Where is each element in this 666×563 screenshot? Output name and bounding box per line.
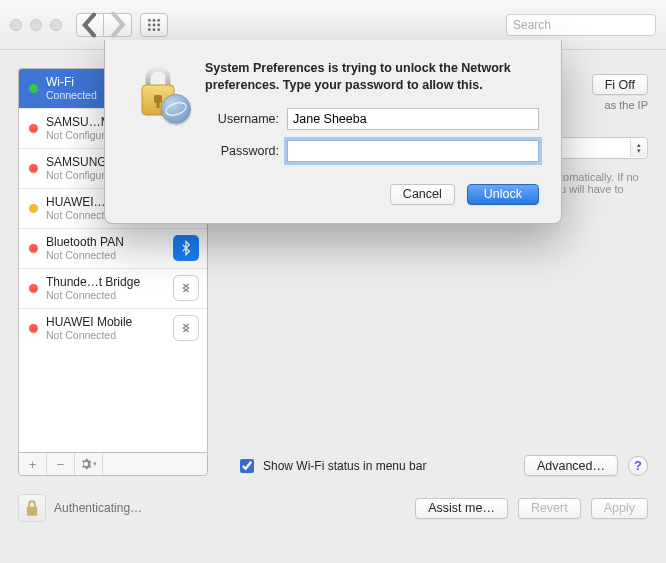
close-window-button[interactable] [10, 19, 22, 31]
chevron-updown-icon: ▴▾ [630, 139, 646, 157]
back-button[interactable] [76, 13, 104, 37]
remove-service-button[interactable]: − [47, 453, 75, 475]
bluetooth-icon [173, 235, 199, 261]
svg-point-1 [153, 18, 156, 21]
svg-point-0 [148, 18, 151, 21]
bottom-bar: Authenticating… Assist me… Revert Apply [18, 494, 648, 522]
svg-point-5 [157, 23, 160, 26]
svg-point-7 [153, 28, 156, 31]
show-wifi-label: Show Wi-Fi status in menu bar [263, 459, 426, 473]
zoom-window-button[interactable] [50, 19, 62, 31]
apply-button[interactable]: Apply [591, 498, 648, 519]
show-wifi-status-check[interactable]: Show Wi-Fi status in menu bar [236, 456, 426, 476]
thunderbolt-icon [173, 275, 199, 301]
status-dot-icon [29, 324, 38, 333]
sidebar-item-huawei-mobile[interactable]: HUAWEI Mobile Not Connected [19, 309, 207, 348]
cancel-button[interactable]: Cancel [390, 184, 455, 205]
thunderbolt-icon [173, 315, 199, 341]
status-dot-icon [29, 204, 38, 213]
auth-dialog: System Preferences is trying to unlock t… [104, 40, 562, 224]
sidebar-item-thunderbolt-bridge[interactable]: Thunde…t Bridge Not Connected [19, 269, 207, 309]
sidebar-item-bluetooth-pan[interactable]: Bluetooth PAN Not Connected [19, 229, 207, 269]
status-dot-icon [29, 284, 38, 293]
minimize-window-button[interactable] [30, 19, 42, 31]
window-controls [10, 19, 62, 31]
sidebar-item-status: Not Connected [46, 249, 165, 262]
sidebar-item-label: Thunde…t Bridge [46, 275, 165, 289]
svg-point-4 [153, 23, 156, 26]
svg-point-6 [148, 28, 151, 31]
help-button[interactable]: ? [628, 456, 648, 476]
svg-point-8 [157, 28, 160, 31]
nav-buttons [76, 13, 132, 37]
username-label: Username: [205, 112, 279, 126]
password-field[interactable] [287, 140, 539, 162]
turn-wifi-off-button[interactable]: Fi Off [592, 74, 648, 95]
network-badge-icon [161, 94, 191, 124]
sidebar-item-label: HUAWEI Mobile [46, 315, 165, 329]
status-dot-icon [29, 84, 38, 93]
sidebar-item-label: Bluetooth PAN [46, 235, 165, 249]
svg-rect-11 [157, 101, 160, 108]
svg-point-3 [148, 23, 151, 26]
dialog-message: System Preferences is trying to unlock t… [205, 60, 539, 94]
sidebar-item-status: Not Connected [46, 289, 165, 302]
revert-button[interactable]: Revert [518, 498, 581, 519]
padlock-icon [18, 494, 46, 522]
password-label: Password: [205, 144, 279, 158]
status-dot-icon [29, 244, 38, 253]
advanced-button[interactable]: Advanced… [524, 455, 618, 476]
dialog-icon [127, 60, 189, 122]
sidebar-item-status: Not Connected [46, 329, 165, 342]
status-dot-icon [29, 164, 38, 173]
unlock-button[interactable]: Unlock [467, 184, 539, 205]
svg-point-2 [157, 18, 160, 21]
add-service-button[interactable]: + [19, 453, 47, 475]
show-wifi-checkbox[interactable] [240, 459, 254, 473]
username-field[interactable] [287, 108, 539, 130]
forward-button[interactable] [104, 13, 132, 37]
lock-status-text: Authenticating… [54, 501, 142, 515]
lock-status[interactable]: Authenticating… [18, 494, 142, 522]
action-menu-button[interactable]: ▾ [75, 453, 103, 475]
status-dot-icon [29, 124, 38, 133]
sidebar-footer: + − ▾ [18, 452, 208, 476]
show-all-button[interactable] [140, 13, 168, 37]
assist-me-button[interactable]: Assist me… [415, 498, 508, 519]
search-input[interactable] [506, 14, 656, 36]
